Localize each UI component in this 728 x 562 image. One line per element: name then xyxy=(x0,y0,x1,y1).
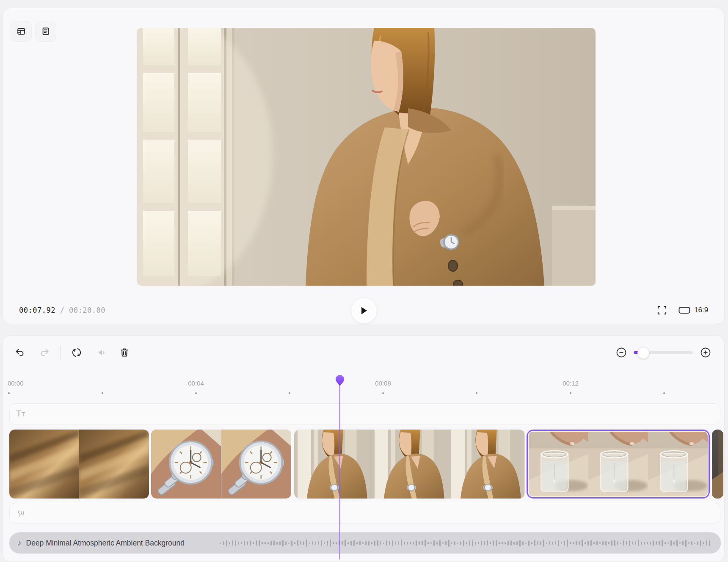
waveform-bar xyxy=(273,540,275,545)
waveform-bar xyxy=(238,542,239,545)
waveform-bar xyxy=(457,543,458,544)
ruler-tick-dot xyxy=(476,392,477,394)
waveform-bar xyxy=(537,541,538,545)
waveform-bar xyxy=(445,541,447,545)
waveform-bar xyxy=(356,542,358,544)
waveform-bar xyxy=(229,542,230,544)
current-time: 00:07.92 xyxy=(19,306,55,314)
undo-icon[interactable] xyxy=(15,347,25,358)
waveform-bar xyxy=(395,542,396,545)
waveform-bar xyxy=(653,540,654,546)
text-track[interactable]: TT xyxy=(9,403,720,424)
script-notes-button[interactable] xyxy=(35,21,56,42)
video-clip-fabric-closeup[interactable] xyxy=(9,430,149,499)
volume-icon[interactable] xyxy=(97,347,107,358)
waveform-bar xyxy=(410,542,411,544)
waveform-bar xyxy=(466,542,467,544)
waveform-bar xyxy=(315,542,316,545)
waveform-bar xyxy=(513,542,515,545)
waveform-bar xyxy=(650,542,651,545)
waveform-bar xyxy=(682,541,684,545)
playhead-handle[interactable] xyxy=(336,375,344,386)
waveform-bar xyxy=(463,540,464,546)
zoom-in-icon[interactable] xyxy=(700,347,711,358)
waveform-bar xyxy=(300,541,301,545)
waveform-bar xyxy=(505,542,506,544)
video-clip-next-scene[interactable] xyxy=(712,430,723,499)
video-clip-water-glass[interactable] xyxy=(527,430,710,499)
fullscreen-button[interactable] xyxy=(656,305,667,316)
waveform-bar xyxy=(632,542,633,545)
waveform-bar xyxy=(312,541,313,545)
waveform-bar xyxy=(362,542,364,544)
waveform-bar xyxy=(383,543,384,544)
waveform-bar xyxy=(481,541,482,545)
waveform-bar xyxy=(392,540,393,546)
trash-icon[interactable] xyxy=(119,347,130,358)
fullscreen-icon xyxy=(656,305,667,316)
waveform-bar xyxy=(256,540,257,545)
waveform-bar xyxy=(419,541,420,545)
waveform-bar xyxy=(528,540,529,546)
voice-track[interactable] xyxy=(9,503,720,524)
waveform-bar xyxy=(676,540,678,546)
waveform-bar xyxy=(226,540,227,546)
video-clip-watch-closeup[interactable] xyxy=(151,430,291,499)
waveform-bar xyxy=(291,540,292,546)
waveform-bar xyxy=(427,542,429,544)
waveform-bar xyxy=(469,540,470,545)
waveform-bar xyxy=(608,542,609,544)
waveform-bar xyxy=(327,541,328,545)
waveform-bar xyxy=(336,542,337,544)
playhead-line[interactable] xyxy=(339,383,340,559)
storyboard-table-button[interactable] xyxy=(11,21,32,42)
ruler-label: 00:00 xyxy=(8,380,24,387)
ruler-tick-dot xyxy=(570,392,571,394)
waveform-bar xyxy=(262,542,263,544)
play-button[interactable] xyxy=(351,298,377,324)
waveform-bar xyxy=(602,541,604,545)
waveform-bar xyxy=(359,541,361,545)
waveform-bar xyxy=(593,542,595,544)
aspect-ratio-selector[interactable]: 16:9 xyxy=(678,304,708,316)
waveform-bar xyxy=(673,542,675,545)
waveform-bar xyxy=(573,542,574,544)
clip-frame-thumbnail xyxy=(448,430,525,499)
zoom-out-icon[interactable] xyxy=(616,347,626,358)
video-track[interactable] xyxy=(0,430,728,499)
waveform-bar xyxy=(487,540,488,545)
waveform-bar xyxy=(656,541,657,545)
waveform-bar xyxy=(638,540,639,546)
audio-clip-label: Deep Minimal Atmospheric Ambient Backgro… xyxy=(26,539,185,548)
zoom-slider-thumb[interactable] xyxy=(637,347,649,359)
waveform-bar xyxy=(599,542,601,544)
waveform-bar xyxy=(611,540,612,546)
waveform-bar xyxy=(700,540,701,546)
waveform-bar xyxy=(496,540,497,546)
waveform-bar xyxy=(220,543,221,544)
waveform-bar xyxy=(694,543,695,544)
waveform-bar xyxy=(374,540,375,546)
waveform-bar xyxy=(490,542,491,544)
loop-icon[interactable] xyxy=(72,347,82,358)
waveform-bar xyxy=(353,540,355,546)
clip-frame-thumbnail xyxy=(588,432,648,496)
waveform-bar xyxy=(241,542,242,544)
waveform-bar xyxy=(436,542,438,545)
redo-icon[interactable] xyxy=(39,347,50,358)
voice-track-icon xyxy=(16,509,26,519)
audio-clip[interactable]: ♪ Deep Minimal Atmospheric Ambient Backg… xyxy=(9,532,721,554)
waveform-bar xyxy=(232,540,233,545)
waveform-bar xyxy=(531,542,532,544)
waveform-bar xyxy=(709,540,710,546)
waveform-bar xyxy=(321,540,322,546)
ruler-label: 00:04 xyxy=(188,380,204,387)
clip-frame-thumbnail xyxy=(371,430,448,499)
waveform-bar xyxy=(546,543,547,544)
waveform-bar xyxy=(540,541,541,545)
clip-frame-thumbnail xyxy=(294,430,371,499)
video-clip-model-coat[interactable] xyxy=(294,430,525,499)
clip-frame-thumbnail xyxy=(79,430,149,499)
waveform-bar xyxy=(567,540,568,547)
video-preview-frame[interactable] xyxy=(137,28,596,286)
